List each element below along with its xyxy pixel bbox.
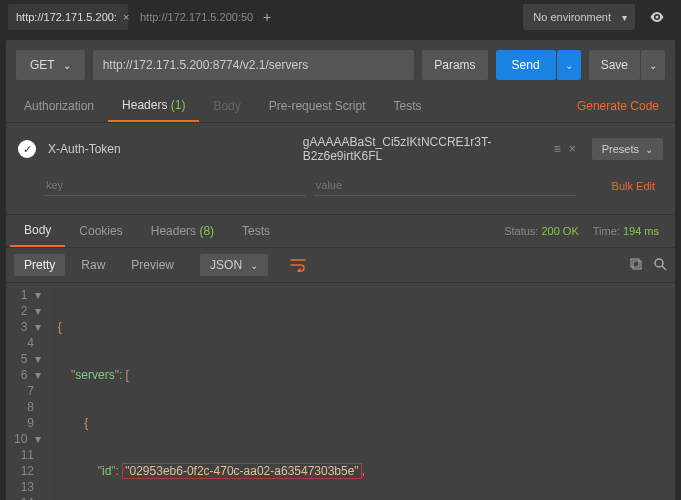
header-value[interactable]: gAAAAABaSt_Ci5zIKtNCCRE1r3T-B2z6e9irtK6F… (299, 131, 546, 167)
send-dropdown[interactable]: ⌄ (557, 50, 581, 80)
save-dropdown[interactable]: ⌄ (641, 50, 665, 80)
close-icon[interactable]: × (123, 11, 129, 23)
new-header-key-input[interactable] (44, 175, 306, 196)
tab-headers-count: (1) (171, 98, 186, 112)
request-tab-active[interactable]: http://172.171.5.200: × (8, 4, 128, 30)
save-button[interactable]: Save (589, 50, 640, 80)
edit-icon[interactable]: ≡ (554, 142, 561, 156)
send-button[interactable]: Send (496, 50, 556, 80)
status-block: Status: 200 OK (504, 225, 579, 237)
tab-authorization[interactable]: Authorization (10, 91, 108, 121)
new-header-value-input[interactable] (314, 175, 576, 196)
environment-quicklook-icon[interactable] (641, 4, 673, 30)
resp-tab-headers[interactable]: Headers (8) (137, 216, 228, 246)
chevron-down-icon: ⌄ (649, 60, 657, 71)
svg-point-3 (655, 259, 663, 267)
tab-body[interactable]: Body (199, 91, 254, 121)
chevron-down-icon: ⌄ (565, 60, 573, 71)
environment-select[interactable]: No environment (523, 4, 635, 30)
view-pretty[interactable]: Pretty (14, 254, 65, 276)
presets-label: Presets (602, 143, 639, 155)
line-gutter: 1 ▾ 2 ▾ 3 ▾ 4 5 ▾ 6 ▾ 7 8 9 10 ▾ 11 12 1… (6, 287, 50, 500)
format-select[interactable]: JSON ⌄ (200, 254, 268, 276)
chevron-down-icon: ⌄ (250, 260, 258, 271)
header-enabled-checkbox[interactable]: ✓ (18, 140, 36, 158)
time-label: Time: (593, 225, 620, 237)
svg-point-0 (656, 16, 659, 19)
presets-button[interactable]: Presets ⌄ (592, 138, 663, 160)
environment-label: No environment (533, 11, 611, 23)
svg-rect-2 (633, 261, 641, 269)
url-input[interactable] (93, 50, 415, 80)
tab-headers-label: Headers (122, 98, 167, 112)
remove-icon[interactable]: × (569, 142, 576, 156)
time-block: Time: 194 ms (593, 225, 659, 237)
bulk-edit-link[interactable]: Bulk Edit (612, 180, 655, 192)
chevron-down-icon: ⌄ (63, 60, 71, 71)
resp-tab-body[interactable]: Body (10, 215, 65, 247)
wrap-line-icon[interactable] (280, 254, 316, 276)
method-label: GET (30, 58, 55, 72)
time-value: 194 ms (623, 225, 659, 237)
view-preview[interactable]: Preview (121, 254, 184, 276)
header-key[interactable]: X-Auth-Token (44, 138, 291, 160)
method-select[interactable]: GET ⌄ (16, 50, 85, 80)
response-body[interactable]: { "servers": [ { "id": "02953eb6-0f2c-47… (50, 287, 614, 500)
svg-rect-1 (631, 259, 639, 267)
resp-headers-count: (8) (199, 224, 214, 238)
status-value: 200 OK (541, 225, 578, 237)
view-raw[interactable]: Raw (71, 254, 115, 276)
resp-headers-label: Headers (151, 224, 196, 238)
resp-tab-tests[interactable]: Tests (228, 216, 284, 246)
request-tab-inactive[interactable]: http://172.171.5.200:50 (132, 4, 252, 30)
tab-headers[interactable]: Headers (1) (108, 90, 199, 122)
tab-tests[interactable]: Tests (379, 91, 435, 121)
add-tab-button[interactable]: + (256, 6, 278, 28)
tab-label: http://172.171.5.200: (16, 11, 117, 23)
resp-tab-cookies[interactable]: Cookies (65, 216, 136, 246)
tab-label: http://172.171.5.200:50 (140, 11, 253, 23)
tab-prerequest[interactable]: Pre-request Script (255, 91, 380, 121)
chevron-down-icon: ⌄ (645, 144, 653, 155)
params-button[interactable]: Params (422, 50, 487, 80)
format-label: JSON (210, 258, 242, 272)
copy-icon[interactable] (629, 257, 643, 274)
search-icon[interactable] (653, 257, 667, 274)
svg-line-4 (662, 266, 666, 270)
status-label: Status: (504, 225, 538, 237)
generate-code-link[interactable]: Generate Code (565, 91, 671, 121)
